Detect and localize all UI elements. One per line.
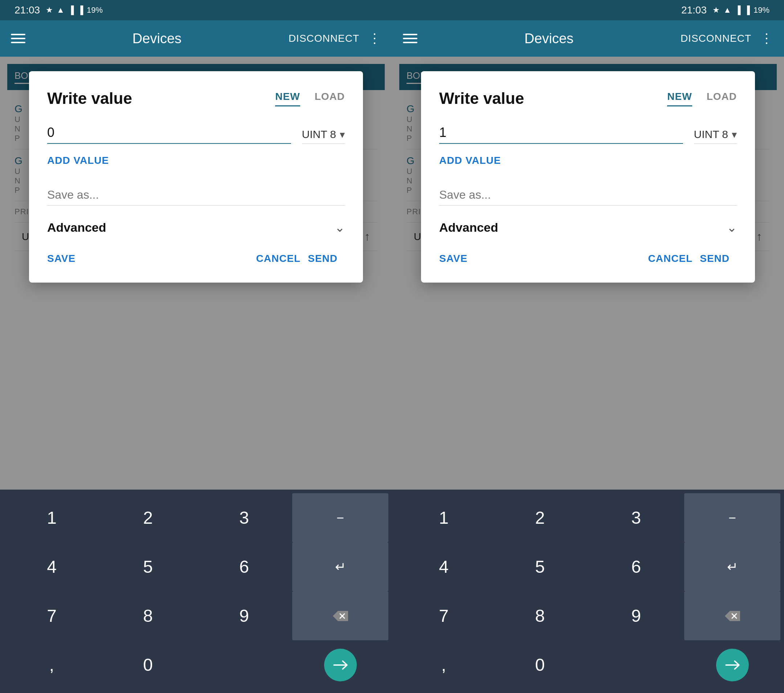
left-dialog-header: Write value NEW LOAD <box>47 89 345 107</box>
key-9-left[interactable]: 9 <box>196 591 292 640</box>
signal2-icon-left: ▐ <box>77 5 83 15</box>
hamburger-menu-right[interactable] <box>403 34 417 43</box>
key-0-left[interactable]: 0 <box>100 640 196 690</box>
key-1-right[interactable]: 1 <box>395 493 492 542</box>
disconnect-button-right[interactable]: DISCONNECT <box>680 33 751 44</box>
right-advanced-chevron-icon: ⌄ <box>726 220 737 234</box>
key-enter-right[interactable]: ↵ <box>684 542 781 591</box>
left-advanced-label: Advanced <box>47 221 106 234</box>
right-save-as-input[interactable] <box>439 185 737 205</box>
key-backspace-right[interactable] <box>684 591 781 640</box>
signal1-icon-left: ▐ <box>68 5 74 15</box>
right-panel: BON C G U N P G U N P <box>392 57 784 490</box>
key-empty-left <box>196 640 292 690</box>
left-save-button[interactable]: SAVE <box>47 249 83 268</box>
app-title-left: Devices <box>34 31 280 46</box>
right-type-label: UINT 8 <box>694 128 728 140</box>
status-bar: 21:03 ★ ▲ ▐ ▐ 19% 21:03 ★ ▲ ▐ ▐ 19% <box>0 0 784 20</box>
right-save-button[interactable]: SAVE <box>439 249 475 268</box>
right-advanced-row[interactable]: Advanced ⌄ <box>439 220 737 234</box>
right-dialog-header: Write value NEW LOAD <box>439 89 737 107</box>
key-8-right[interactable]: 8 <box>492 591 588 640</box>
left-dialog: Write value NEW LOAD UINT 8 ▾ <box>29 71 363 282</box>
left-panel: BON C G U N P G U N P <box>0 57 392 490</box>
time-right: 21:03 <box>681 4 707 16</box>
key-1-left[interactable]: 1 <box>3 493 100 542</box>
status-icons-left: ★ ▲ ▐ ▐ 19% <box>46 5 103 15</box>
left-tab-new[interactable]: NEW <box>275 91 300 106</box>
key-6-right[interactable]: 6 <box>588 542 684 591</box>
key-5-right[interactable]: 5 <box>492 542 588 591</box>
left-dialog-title: Write value <box>47 89 275 107</box>
key-8-left[interactable]: 8 <box>100 591 196 640</box>
key-7-left[interactable]: 7 <box>3 591 100 640</box>
left-dialog-tabs: NEW LOAD <box>275 91 345 106</box>
key-backspace-left[interactable] <box>292 591 389 640</box>
key-empty-right <box>588 640 684 690</box>
more-icon-right[interactable]: ⋮ <box>760 31 773 46</box>
key-5-left[interactable]: 5 <box>100 542 196 591</box>
left-advanced-chevron-icon: ⌄ <box>334 220 345 234</box>
status-bar-left: 21:03 ★ ▲ ▐ ▐ 19% <box>15 4 392 16</box>
key-6-left[interactable]: 6 <box>196 542 292 591</box>
key-0-right[interactable]: 0 <box>492 640 588 690</box>
left-value-row: UINT 8 ▾ <box>47 122 345 144</box>
key-comma-right[interactable]: , <box>395 640 492 690</box>
key-minus-right[interactable]: − <box>684 493 781 542</box>
signal1-icon-right: ▐ <box>735 5 741 15</box>
wifi-icon-left: ▲ <box>57 5 64 15</box>
left-tab-load[interactable]: LOAD <box>315 91 345 106</box>
left-value-input[interactable] <box>47 122 291 143</box>
time-left: 21:03 <box>15 4 40 16</box>
disconnect-button-left[interactable]: DISCONNECT <box>288 33 359 44</box>
key-minus-left[interactable]: − <box>292 493 389 542</box>
key-go-right-wrap <box>684 640 781 690</box>
right-add-value-button[interactable]: ADD VALUE <box>439 151 501 170</box>
wifi-icon-right: ▲ <box>723 5 731 15</box>
right-cancel-button[interactable]: CANCEL <box>648 249 700 268</box>
key-3-right[interactable]: 3 <box>588 493 684 542</box>
left-cancel-button[interactable]: CANCEL <box>256 249 308 268</box>
right-dialog-actions: SAVE CANCEL SEND <box>439 249 737 268</box>
key-enter-left[interactable]: ↵ <box>292 542 389 591</box>
key-2-left[interactable]: 2 <box>100 493 196 542</box>
more-icon-left[interactable]: ⋮ <box>368 31 381 46</box>
battery-left: 19% <box>87 5 103 15</box>
left-send-button[interactable]: SEND <box>308 249 345 268</box>
right-send-button[interactable]: SEND <box>700 249 737 268</box>
left-type-label: UINT 8 <box>302 128 336 140</box>
main-content: BON C G U N P G U N P <box>0 57 784 490</box>
key-4-left[interactable]: 4 <box>3 542 100 591</box>
key-go-left[interactable] <box>324 649 357 681</box>
left-value-input-wrap <box>47 122 291 144</box>
right-dialog-tabs: NEW LOAD <box>667 91 737 106</box>
key-7-right[interactable]: 7 <box>395 591 492 640</box>
left-save-as-input[interactable] <box>47 185 345 205</box>
left-advanced-row[interactable]: Advanced ⌄ <box>47 220 345 234</box>
right-value-input[interactable] <box>439 122 683 143</box>
key-comma-left[interactable]: , <box>3 640 100 690</box>
right-tab-new[interactable]: NEW <box>667 91 692 106</box>
right-tab-load[interactable]: LOAD <box>707 91 737 106</box>
key-3-left[interactable]: 3 <box>196 493 292 542</box>
key-4-right[interactable]: 4 <box>395 542 492 591</box>
key-2-right[interactable]: 2 <box>492 493 588 542</box>
right-type-select[interactable]: UINT 8 ▾ <box>694 128 737 144</box>
right-advanced-label: Advanced <box>439 221 498 234</box>
right-dialog-title: Write value <box>439 89 667 107</box>
bluetooth-icon-right: ★ <box>713 5 720 15</box>
right-type-dropdown-icon: ▾ <box>732 129 737 140</box>
right-dialog: Write value NEW LOAD UINT 8 ▾ <box>421 71 755 282</box>
keyboard: 1 2 3 − 4 5 6 ↵ 7 8 9 , 0 <box>0 490 784 693</box>
left-add-value-button[interactable]: ADD VALUE <box>47 151 109 170</box>
keyboard-left: 1 2 3 − 4 5 6 ↵ 7 8 9 , 0 <box>0 490 392 693</box>
left-dialog-actions: SAVE CANCEL SEND <box>47 249 345 268</box>
left-type-select[interactable]: UINT 8 ▾ <box>302 128 345 144</box>
hamburger-menu-left[interactable] <box>11 34 25 43</box>
key-go-right[interactable] <box>716 649 749 681</box>
keyboard-right: 1 2 3 − 4 5 6 ↵ 7 8 9 , 0 <box>392 490 784 693</box>
left-dialog-container: Write value NEW LOAD UINT 8 ▾ <box>0 57 392 282</box>
key-9-right[interactable]: 9 <box>588 591 684 640</box>
right-value-input-wrap <box>439 122 683 144</box>
left-save-as-wrap <box>47 185 345 206</box>
